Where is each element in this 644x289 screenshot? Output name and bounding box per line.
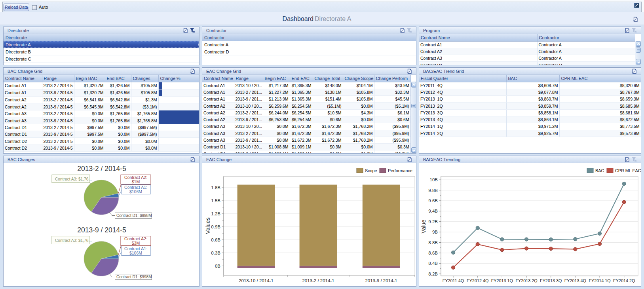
svg-text:0.9B: 0.9B [211, 224, 220, 229]
svg-text:2013-10 / 2014-1: 2013-10 / 2014-1 [239, 278, 274, 283]
svg-text:BAC: BAC [595, 168, 604, 173]
svg-text:8.8B: 8.8B [428, 240, 438, 245]
svg-text:FY2011 4Q: FY2011 4Q [443, 278, 464, 283]
svg-text:8.4B: 8.4B [428, 261, 438, 266]
svg-text:1.5B: 1.5B [211, 198, 220, 203]
svg-text:FY2013 4Q: FY2013 4Q [564, 278, 586, 283]
svg-text:9.6B: 9.6B [428, 198, 438, 203]
svg-text:8.6B: 8.6B [428, 251, 438, 255]
svg-text:FY2012 4Q: FY2012 4Q [467, 278, 488, 283]
svg-text:$106M: $106M [129, 251, 142, 255]
svg-text:FY2013 2Q: FY2013 2Q [515, 278, 537, 283]
svg-text:2013-2 / 2014-1: 2013-2 / 2014-1 [302, 278, 334, 283]
svg-text:Scope: Scope [365, 168, 377, 173]
svg-text:1.8B: 1.8B [211, 185, 220, 190]
svg-text:9.2B: 9.2B [428, 219, 438, 224]
svg-text:0.6B: 0.6B [211, 238, 220, 242]
svg-text:Contract D1: $998M: Contract D1: $998M [116, 275, 152, 279]
svg-text:$1M: $1M [132, 179, 140, 184]
svg-text:Values: Values [205, 217, 211, 234]
svg-text:8.2B: 8.2B [428, 272, 438, 276]
svg-text:2013-9 / 2014-1: 2013-9 / 2014-1 [365, 278, 397, 283]
svg-text:FY2013 1Q: FY2013 1Q [491, 278, 513, 283]
svg-text:Contract A3: $1,76...: Contract A3: $1,76... [55, 238, 92, 243]
svg-text:2013-2 / 2014-5: 2013-2 / 2014-5 [77, 165, 126, 173]
svg-text:9.4B: 9.4B [428, 209, 438, 213]
svg-text:CPR ML EAC: CPR ML EAC [615, 168, 641, 173]
svg-text:Value: Value [420, 219, 427, 233]
svg-text:10B: 10B [430, 177, 438, 182]
svg-text:Contract D1: $998M: Contract D1: $998M [116, 213, 152, 218]
svg-text:0.3B: 0.3B [211, 251, 220, 255]
svg-text:Contract A3: $1,76...: Contract A3: $1,76... [55, 177, 92, 181]
svg-text:Performance: Performance [388, 168, 412, 173]
svg-text:FY2014 2Q: FY2014 2Q [613, 278, 635, 283]
svg-text:1.2B: 1.2B [211, 211, 220, 216]
svg-text:0B: 0B [215, 264, 220, 268]
svg-text:$3M: $3M [132, 241, 140, 245]
svg-text:FY2014 1Q: FY2014 1Q [589, 278, 610, 283]
svg-text:$106M: $106M [129, 189, 142, 194]
svg-text:9.8B: 9.8B [428, 188, 438, 193]
svg-text:FY2013 3Q: FY2013 3Q [540, 278, 562, 283]
svg-text:9B: 9B [432, 230, 438, 234]
svg-text:2013-9 / 2014-5: 2013-9 / 2014-5 [77, 226, 126, 234]
